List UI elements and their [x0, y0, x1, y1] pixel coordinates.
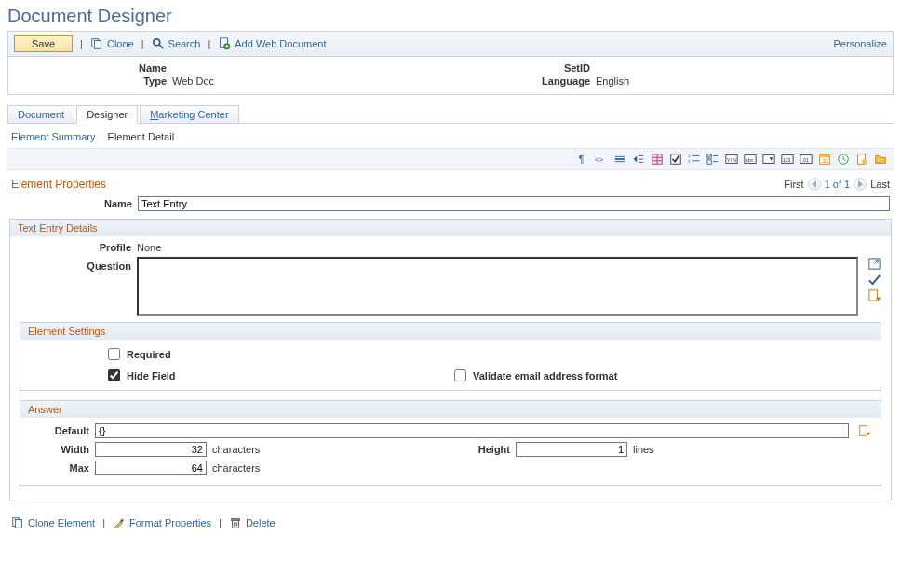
- validate-email-checkbox-label[interactable]: Validate email address format: [450, 367, 617, 384]
- page-title: Document Designer: [7, 6, 894, 27]
- answer-panel: Answer Default Width characters: [20, 400, 881, 486]
- search-label: Search: [168, 38, 201, 49]
- delete-link[interactable]: Delete: [229, 516, 276, 529]
- save-button[interactable]: Save: [14, 35, 73, 52]
- folder-icon[interactable]: [873, 152, 888, 167]
- height-suffix: lines: [633, 444, 654, 455]
- lookup-icon[interactable]: [867, 288, 881, 302]
- svg-rect-52: [869, 290, 877, 301]
- trash-icon: [229, 516, 242, 529]
- svg-text:abc: abc: [746, 157, 754, 163]
- clock-icon[interactable]: [836, 152, 851, 167]
- add-document-icon: [218, 37, 231, 50]
- separator: |: [140, 38, 146, 49]
- subtab-element-summary[interactable]: Element Summary: [11, 131, 95, 142]
- default-label: Default: [30, 425, 89, 436]
- table-icon[interactable]: [650, 152, 665, 167]
- width-input[interactable]: [95, 442, 207, 457]
- search-link[interactable]: Search: [152, 37, 201, 50]
- clone-element-icon: [11, 516, 24, 529]
- svg-text:2: 2: [688, 159, 691, 164]
- calendar-icon[interactable]: 31: [817, 152, 832, 167]
- svg-text:<>: <>: [595, 155, 604, 164]
- element-settings-panel: Element Settings Required Hide Field: [20, 322, 881, 391]
- svg-marker-49: [858, 180, 863, 188]
- required-checkbox[interactable]: [108, 348, 120, 360]
- spellcheck-icon[interactable]: [867, 273, 881, 287]
- first-label: First: [784, 179, 803, 190]
- tab-designer[interactable]: Designer: [76, 105, 138, 124]
- width-suffix: characters: [212, 444, 260, 455]
- checkbox-icon[interactable]: [668, 152, 683, 167]
- question-label: Question: [20, 257, 131, 272]
- tab-bar: Document Designer Marketing Center: [7, 104, 894, 124]
- element-name-input[interactable]: [138, 196, 890, 211]
- svg-rect-27: [707, 160, 711, 164]
- element-name-row: Name: [9, 194, 892, 219]
- default-lookup-icon[interactable]: [858, 424, 871, 437]
- separator: |: [78, 38, 85, 49]
- validate-email-checkbox[interactable]: [454, 369, 466, 381]
- max-suffix: characters: [212, 462, 260, 474]
- document-icon[interactable]: [854, 152, 869, 167]
- prev-button[interactable]: [808, 178, 821, 191]
- hide-field-checkbox[interactable]: [108, 369, 120, 381]
- svg-rect-1: [94, 41, 101, 49]
- format-properties-link[interactable]: Format Properties: [113, 516, 211, 529]
- svg-marker-13: [634, 156, 638, 163]
- height-label: Height: [450, 444, 510, 455]
- hide-field-text: Hide Field: [127, 370, 176, 381]
- required-checkbox-label[interactable]: Required: [104, 345, 450, 363]
- yes-no-icon[interactable]: Y/N: [724, 152, 739, 167]
- checkbox-list-icon[interactable]: [706, 152, 720, 167]
- element-properties-title: Element Properties: [11, 178, 106, 191]
- code-icon[interactable]: <>: [594, 152, 609, 167]
- add-web-document-link[interactable]: Add Web Document: [218, 37, 326, 50]
- svg-text:1: 1: [688, 154, 691, 158]
- svg-line-3: [158, 45, 162, 48]
- clone-element-link[interactable]: Clone Element: [11, 516, 95, 529]
- default-input[interactable]: [95, 423, 849, 438]
- info-language-value: English: [596, 75, 629, 87]
- format-properties-icon: [113, 516, 126, 529]
- profile-value: None: [137, 242, 161, 253]
- expand-icon[interactable]: [867, 257, 881, 271]
- outdent-icon[interactable]: [631, 152, 646, 167]
- validate-email-text: Validate email address format: [473, 370, 617, 381]
- element-properties-header: Element Properties First 1 of 1 Last: [9, 178, 892, 194]
- max-input[interactable]: [95, 461, 207, 475]
- svg-text:¶: ¶: [579, 154, 585, 165]
- svg-text:.01: .01: [802, 157, 809, 163]
- hide-field-checkbox-label[interactable]: Hide Field: [104, 367, 450, 384]
- subtab-element-detail: Element Detail: [108, 131, 175, 142]
- element-icon-bar: ¶ <> 12 Y/N abc 123 .01 31: [7, 148, 894, 170]
- svg-text:123: 123: [783, 157, 791, 163]
- format-properties-label: Format Properties: [129, 517, 211, 528]
- svg-point-2: [153, 39, 159, 46]
- text-entry-details-header: Text Entry Details: [10, 220, 891, 236]
- tab-document[interactable]: Document: [7, 105, 74, 124]
- horizontal-rule-icon[interactable]: [612, 152, 627, 167]
- tab-marketing-center[interactable]: Marketing Center: [140, 105, 238, 124]
- profile-label: Profile: [20, 242, 131, 253]
- separator: |: [102, 517, 105, 528]
- next-button[interactable]: [854, 178, 867, 191]
- pilcrow-icon[interactable]: ¶: [575, 152, 590, 167]
- height-input[interactable]: [516, 442, 627, 457]
- decimal-icon[interactable]: .01: [799, 152, 814, 167]
- footer-actions: Clone Element | Format Properties | Dele…: [7, 511, 894, 535]
- pager-text[interactable]: 1 of 1: [825, 179, 851, 190]
- numbered-list-icon[interactable]: 12: [687, 152, 702, 167]
- text-icon[interactable]: abc: [743, 152, 758, 167]
- info-language-label: Language: [450, 75, 590, 87]
- personalize-link[interactable]: Personalize: [834, 38, 887, 49]
- number-icon[interactable]: 123: [780, 152, 795, 167]
- clone-link[interactable]: Clone: [90, 37, 134, 50]
- separator: |: [206, 38, 212, 49]
- clone-icon: [90, 37, 103, 50]
- info-type-value: Web Doc: [172, 75, 214, 87]
- delete-label: Delete: [246, 517, 276, 528]
- dropdown-icon[interactable]: [761, 152, 776, 167]
- question-textarea[interactable]: [137, 257, 858, 316]
- clone-element-label: Clone Element: [28, 517, 95, 528]
